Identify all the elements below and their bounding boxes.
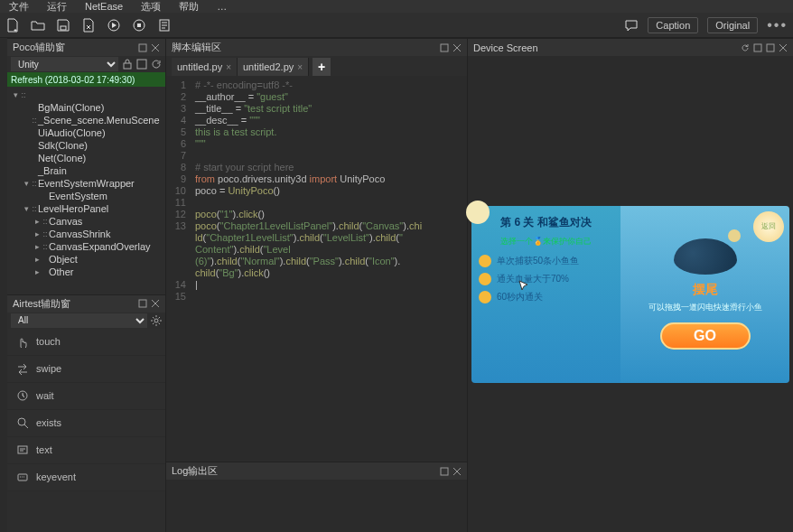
svg-rect-15: [441, 468, 448, 475]
corner-badge-icon: [466, 201, 490, 224]
close-icon[interactable]: [151, 43, 160, 52]
device-panel-header: Device Screen: [468, 38, 793, 56]
overflow-icon[interactable]: •••: [767, 17, 788, 33]
tab-close-icon[interactable]: ×: [226, 62, 231, 72]
undock-icon[interactable]: [138, 299, 147, 308]
tree-node[interactable]: Sdk(Clone): [7, 139, 165, 152]
tree-node[interactable]: ▾::EventSystemWrapper: [7, 177, 165, 190]
new-tab-button[interactable]: +: [313, 58, 331, 76]
device-screen[interactable]: 第 6 关 和鲨鱼对决 选择一个🏅来保护你自己 单次捕获50条小鱼鱼通关血量大于…: [468, 56, 793, 532]
tree-node[interactable]: ::_Scene_scene.MenuScene: [7, 114, 165, 126]
close-icon[interactable]: [452, 43, 462, 52]
tree-node[interactable]: ▸::CanvasExpandOverlay: [7, 240, 165, 253]
task-item[interactable]: 通关血量大于70%: [479, 273, 613, 285]
cursor-icon: [518, 280, 529, 291]
open-folder-icon[interactable]: [31, 18, 45, 33]
character-desc: 可以拖拽一道闪电快速滑行小鱼: [648, 302, 762, 313]
svg-rect-8: [139, 300, 146, 307]
medal-icon: [479, 255, 491, 267]
search-icon: [16, 416, 29, 429]
menu-file[interactable]: 文件: [9, 0, 29, 14]
action-label: wait: [36, 390, 54, 401]
poco-panel-title: Poco辅助窗: [13, 41, 65, 54]
new-file-icon[interactable]: [5, 18, 20, 33]
editor-tab[interactable]: untitled.py×: [172, 58, 238, 76]
close-icon[interactable]: [452, 467, 462, 476]
inspect-icon[interactable]: [136, 59, 147, 70]
refresh-status[interactable]: Refresh (2018-03-02 17:49:30): [7, 72, 165, 87]
level-subtitle: 选择一个🏅来保护你自己: [479, 236, 613, 247]
task-item[interactable]: 60秒内通关: [479, 291, 613, 303]
menu-options[interactable]: 选项: [141, 0, 161, 14]
comment-icon[interactable]: [624, 18, 639, 33]
svg-rect-12: [18, 446, 27, 453]
lock-icon[interactable]: [122, 59, 133, 70]
report-icon[interactable]: [157, 18, 172, 33]
text-icon: [16, 443, 29, 456]
menu-more[interactable]: …: [217, 1, 227, 12]
tree-node[interactable]: _Brain: [7, 164, 165, 177]
airtest-panel-header: Airtest辅助窗: [7, 294, 165, 313]
log-panel-title: Log输出区: [172, 464, 218, 478]
task-label: 60秒内通关: [497, 291, 543, 303]
code-editor[interactable]: 123456789101112131415 # -*- encoding=utf…: [166, 76, 467, 462]
tree-node[interactable]: EventSystem: [7, 190, 165, 202]
editor-tabs: untitled.py×untitled2.py×+: [166, 56, 467, 76]
action-wait[interactable]: wait: [7, 383, 165, 410]
airtest-filter-select[interactable]: All: [11, 313, 147, 328]
original-button[interactable]: Original: [707, 17, 758, 33]
tree-node[interactable]: ▾::LevelHeroPanel: [7, 202, 165, 215]
menu-netease[interactable]: NetEase: [85, 1, 123, 12]
airtest-panel-title: Airtest辅助窗: [13, 297, 70, 311]
stop-icon[interactable]: [132, 18, 146, 33]
task-label: 单次捕获50条小鱼鱼: [497, 255, 579, 267]
tree-node[interactable]: ▸Other: [7, 266, 165, 278]
action-touch[interactable]: touch: [7, 329, 165, 356]
tree-node[interactable]: ▾::: [7, 89, 165, 101]
task-label: 通关血量大于70%: [497, 273, 569, 285]
action-exists[interactable]: exists: [7, 410, 165, 437]
fullscreen-icon[interactable]: [753, 43, 762, 52]
save-icon[interactable]: [56, 18, 70, 33]
undock-icon[interactable]: [766, 43, 775, 52]
caption-button[interactable]: Caption: [648, 17, 698, 33]
tree-node[interactable]: BgMain(Clone): [7, 101, 165, 114]
task-item[interactable]: 单次捕获50条小鱼鱼: [479, 255, 613, 267]
medal-icon: [479, 291, 491, 303]
log-output[interactable]: [166, 480, 467, 532]
settings-icon[interactable]: [151, 315, 162, 326]
svg-rect-3: [137, 23, 141, 27]
delete-file-icon[interactable]: [81, 18, 96, 33]
undock-icon[interactable]: [440, 43, 449, 52]
close-icon[interactable]: [779, 43, 788, 52]
action-keyevent[interactable]: keyevent: [7, 464, 165, 491]
tree-node[interactable]: ▸::Canvas: [7, 215, 165, 228]
rotate-icon[interactable]: [741, 43, 750, 52]
undock-icon[interactable]: [440, 467, 449, 476]
game-mirror[interactable]: 第 6 关 和鲨鱼对决 选择一个🏅来保护你自己 单次捕获50条小鱼鱼通关血量大于…: [471, 206, 789, 383]
log-panel-header: Log输出区: [166, 462, 467, 480]
device-panel-title: Device Screen: [473, 42, 538, 53]
go-button[interactable]: GO: [660, 322, 751, 350]
toolbar: Caption Original •••: [0, 13, 793, 38]
swap-icon: [16, 362, 29, 375]
code-content[interactable]: # -*- encoding=utf8 -*- __author__ = "gu…: [191, 76, 422, 462]
key-icon: [16, 471, 29, 483]
tree-node[interactable]: Net(Clone): [7, 152, 165, 164]
action-text[interactable]: text: [7, 437, 165, 464]
tree-node[interactable]: ▸::CanvasShrink: [7, 228, 165, 240]
refresh-icon[interactable]: [151, 59, 162, 70]
back-bubble[interactable]: 返回: [753, 211, 784, 242]
tree-node[interactable]: UiAudio(Clone): [7, 126, 165, 139]
tab-close-icon[interactable]: ×: [297, 62, 303, 72]
close-icon[interactable]: [151, 299, 160, 308]
undock-icon[interactable]: [138, 43, 147, 52]
menu-run[interactable]: 运行: [47, 0, 67, 14]
play-icon[interactable]: [107, 18, 121, 33]
menu-help[interactable]: 帮助: [179, 0, 199, 14]
poco-framework-select[interactable]: Unity: [11, 57, 118, 71]
editor-tab[interactable]: untitled2.py×: [238, 58, 309, 76]
editor-panel-header: 脚本编辑区: [166, 38, 467, 56]
tree-node[interactable]: ▸Object: [7, 253, 165, 266]
action-swipe[interactable]: swipe: [7, 356, 165, 383]
